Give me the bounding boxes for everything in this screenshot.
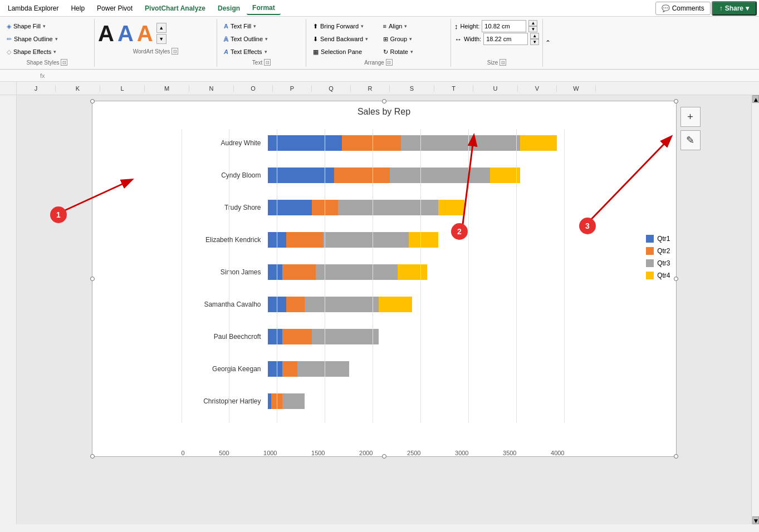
x-axis-label-6: 3000 (455, 450, 468, 456)
share-button[interactable]: ↑ Share ▾ (712, 1, 757, 16)
bar-row-8: Christopher Hartley (182, 387, 565, 415)
text-effects-button[interactable]: A Text Effects ▾ (221, 46, 302, 58)
handle-tm[interactable] (382, 99, 386, 104)
x-axis-label-7: 3500 (503, 450, 516, 456)
text-outline-button[interactable]: A Text Outline ▾ (221, 33, 302, 45)
menu-power-pivot[interactable]: Power Pivot (91, 2, 138, 14)
rotate-label: Rotate (390, 48, 408, 55)
bar-seg-2-q3 (338, 200, 438, 215)
height-spin-up[interactable]: ▲ (528, 20, 537, 26)
group-button[interactable]: ⊞ Group ▾ (380, 33, 448, 45)
handle-mr[interactable] (674, 277, 678, 281)
group-label: Group (390, 36, 408, 42)
menu-bar: Lambda Explorer Help Power Pivot PivotCh… (0, 0, 759, 17)
wordart-styles-footer: WordArt Styles ⊡ (98, 47, 213, 56)
bar-label-2: Trudy Shore (182, 204, 268, 211)
shape-fill-icon: ◈ (7, 23, 11, 30)
shape-outline-button[interactable]: ✏ Shape Outline ▾ (3, 33, 91, 45)
bar-seg-0-q1 (268, 135, 342, 151)
col-header-q: Q (312, 85, 351, 92)
vertical-scrollbar[interactable]: ▲ ▼ (751, 95, 759, 524)
wordart-sample-black[interactable]: A (98, 22, 114, 45)
shape-effects-button[interactable]: ◇ Shape Effects ▾ (3, 46, 91, 58)
handle-tr[interactable] (674, 99, 678, 104)
annotation-2-label: 2 (457, 227, 462, 236)
scrollbar-down[interactable]: ▼ (752, 516, 759, 524)
width-icon: ↔ (454, 35, 462, 43)
selection-pane-button[interactable]: ▦ Selection Pane (310, 46, 378, 58)
chart-plus-button[interactable]: + (680, 107, 701, 127)
shape-effects-arrow: ▾ (53, 49, 56, 55)
col-header-o: O (234, 85, 273, 92)
send-backward-label: Send Backward (320, 36, 363, 42)
legend-label-qtr2: Qtr2 (657, 247, 670, 255)
annotation-1-label: 1 (56, 210, 61, 219)
shape-fill-button[interactable]: ◈ Shape Fill ▾ (3, 20, 91, 32)
ribbon-collapse-button[interactable]: ⌃ (543, 19, 553, 67)
wordart-scroll-down[interactable]: ▼ (156, 34, 167, 44)
bar-seg-1-q1 (268, 168, 335, 183)
chart-title: Sales by Rep (92, 107, 676, 117)
shape-styles-expand[interactable]: ⊡ (61, 59, 67, 66)
text-effects-arrow: ▾ (265, 49, 267, 55)
arrange-right: ≡ Align ▾ ⊞ Group ▾ ↻ Rotate ▾ (380, 20, 448, 58)
size-footer: Size ⊡ (454, 58, 539, 67)
comments-button[interactable]: 💬 Comments (655, 2, 711, 15)
share-icon: ↑ (719, 4, 723, 12)
shape-styles-section: ◈ Shape Fill ▾ ✏ Shape Outline ▾ ◇ Shape… (0, 19, 95, 67)
text-fill-button[interactable]: A Text Fill ▾ (221, 20, 302, 32)
wordart-styles-expand[interactable]: ⊡ (172, 48, 178, 55)
bar-seg-1-q3 (390, 168, 490, 183)
text-section-content: A Text Fill ▾ A Text Outline ▾ A Text Ef… (221, 20, 302, 58)
menu-design[interactable]: Design (212, 2, 246, 14)
width-spin-up[interactable]: ▲ (530, 33, 539, 39)
width-input[interactable] (483, 33, 528, 45)
text-outline-label: Text Outline (231, 36, 263, 42)
scrollbar-up[interactable]: ▲ (752, 95, 759, 103)
row-numbers (0, 95, 17, 524)
handle-br[interactable] (674, 454, 678, 459)
col-header-r: R (351, 85, 390, 92)
legend-color-qtr4 (646, 272, 654, 279)
wordart-sample-orange[interactable]: A (137, 22, 153, 45)
annotation-badge-2: 2 (451, 223, 468, 240)
annotation-badge-3: 3 (579, 218, 596, 234)
arrange-expand[interactable]: ⊡ (386, 59, 393, 66)
menu-format[interactable]: Format (247, 2, 281, 15)
fx-label: fx (40, 72, 45, 79)
col-header-l: L (100, 85, 145, 92)
legend-item-qtr4: Qtr4 (646, 272, 670, 279)
bar-seg-8-q2 (271, 393, 282, 409)
height-spin-down[interactable]: ▼ (528, 26, 537, 32)
size-expand[interactable]: ⊡ (500, 59, 506, 66)
handle-bl[interactable] (90, 454, 95, 459)
chart-pencil-button[interactable]: ✎ (680, 130, 701, 150)
handle-ml[interactable] (90, 277, 95, 281)
menu-help[interactable]: Help (65, 2, 90, 14)
rotate-button[interactable]: ↻ Rotate ▾ (380, 46, 448, 58)
shape-styles-label: Shape Styles (27, 60, 60, 66)
bar-seg-2-q2 (312, 200, 338, 215)
handle-tl[interactable] (90, 99, 95, 104)
shape-styles-footer: Shape Styles ⊡ (3, 58, 91, 67)
bring-forward-button[interactable]: ⬆ Bring Forward ▾ (310, 20, 378, 32)
arrange-footer: Arrange ⊡ (310, 58, 447, 67)
text-expand[interactable]: ⊡ (264, 59, 271, 66)
menu-pivotchart-analyze[interactable]: PivotChart Analyze (139, 2, 211, 14)
wordart-sample-blue[interactable]: A (117, 22, 134, 45)
width-spin-down[interactable]: ▼ (530, 39, 539, 45)
text-outline-icon: A (224, 36, 228, 42)
size-label: Size (487, 60, 498, 66)
send-backward-button[interactable]: ⬇ Send Backward ▾ (310, 33, 378, 45)
shape-fill-arrow: ▾ (43, 23, 46, 29)
bar-seg-8-q3 (282, 393, 305, 409)
col-header-s: S (390, 85, 434, 92)
wordart-scroll-up[interactable]: ▲ (156, 23, 167, 33)
chart-wrapper[interactable]: Sales by Rep Audrey WhiteCyndy BloomTrud… (92, 101, 677, 457)
menu-lambda-explorer[interactable]: Lambda Explorer (2, 2, 64, 14)
legend-label-qtr4: Qtr4 (657, 272, 670, 279)
align-button[interactable]: ≡ Align ▾ (380, 20, 448, 32)
height-input[interactable] (482, 20, 526, 32)
bar-seg-7-q3 (297, 361, 349, 377)
bar-seg-6-q3 (312, 329, 379, 344)
